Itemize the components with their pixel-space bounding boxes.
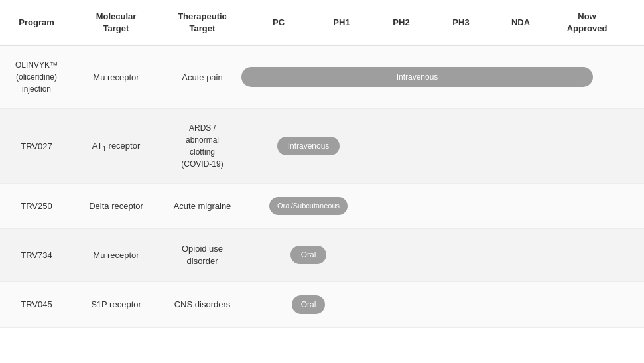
cell-molecular-target: Mu receptor <box>73 67 159 88</box>
table-row: OLINVYK™(oliceridine)injection Mu recept… <box>0 46 644 109</box>
cell-molecular-target: Delta receptor <box>73 196 159 217</box>
cell-program: TRV045 <box>0 294 73 315</box>
pill-oral-trv045: Oral <box>292 295 326 314</box>
cell-pill-trv027: Intravenous <box>245 133 371 159</box>
cell-therapeutic-target: ARDS /abnormalclotting(COVID-19) <box>159 118 245 174</box>
col-header-ph2: PH2 <box>371 13 431 33</box>
cell-program: OLINVYK™(oliceridine)injection <box>0 55 73 99</box>
table-row: TRV027 AT1 receptor ARDS /abnormalclotti… <box>0 109 644 184</box>
pill-intravenous-olinvyk: Intravenous <box>241 67 593 87</box>
cell-molecular-target: Mu receptor <box>73 245 159 266</box>
table-header: Program MolecularTarget TherapeuticTarge… <box>0 0 644 46</box>
col-header-molecular-target: MolecularTarget <box>73 7 159 38</box>
cell-program: TRV027 <box>0 136 73 157</box>
cell-molecular-target: S1P receptor <box>73 294 159 315</box>
pill-intravenous-trv027: Intravenous <box>277 137 340 155</box>
table-row: TRV734 Mu receptor Opioid usedisorder Or… <box>0 229 644 282</box>
table-row: TRV045 S1P receptor CNS disorders Oral <box>0 282 644 328</box>
cell-program: TRV734 <box>0 245 73 266</box>
cell-program: TRV250 <box>0 196 73 217</box>
col-header-therapeutic-target: TherapeuticTarget <box>159 7 245 38</box>
col-header-ph3: PH3 <box>431 13 491 33</box>
cell-therapeutic-target: Acute pain <box>159 67 245 88</box>
table-row: TRV250 Delta receptor Acute migraine Ora… <box>0 184 644 229</box>
cell-pill-trv045: Oral <box>245 291 371 318</box>
cell-pill-trv250: Oral/Subcutaneous <box>245 193 371 219</box>
pill-oral-trv734: Oral <box>290 246 327 264</box>
col-header-now-approved: NowApproved <box>550 7 623 38</box>
cell-pill-trv734: Oral <box>245 242 371 268</box>
col-header-pc: PC <box>245 13 312 33</box>
col-header-ph1: PH1 <box>312 13 371 33</box>
cell-therapeutic-target: Acute migraine <box>159 196 245 217</box>
cell-pill-olinvyk: Intravenous <box>245 63 623 91</box>
cell-therapeutic-target: CNS disorders <box>159 294 245 315</box>
cell-molecular-target: AT1 receptor <box>73 135 159 158</box>
col-header-program: Program <box>0 13 73 33</box>
pipeline-table: Program MolecularTarget TherapeuticTarge… <box>0 0 644 363</box>
pill-oral-subcutaneous-trv250: Oral/Subcutaneous <box>269 197 348 215</box>
col-header-nda: NDA <box>491 13 550 33</box>
cell-therapeutic-target: Opioid usedisorder <box>159 238 245 272</box>
